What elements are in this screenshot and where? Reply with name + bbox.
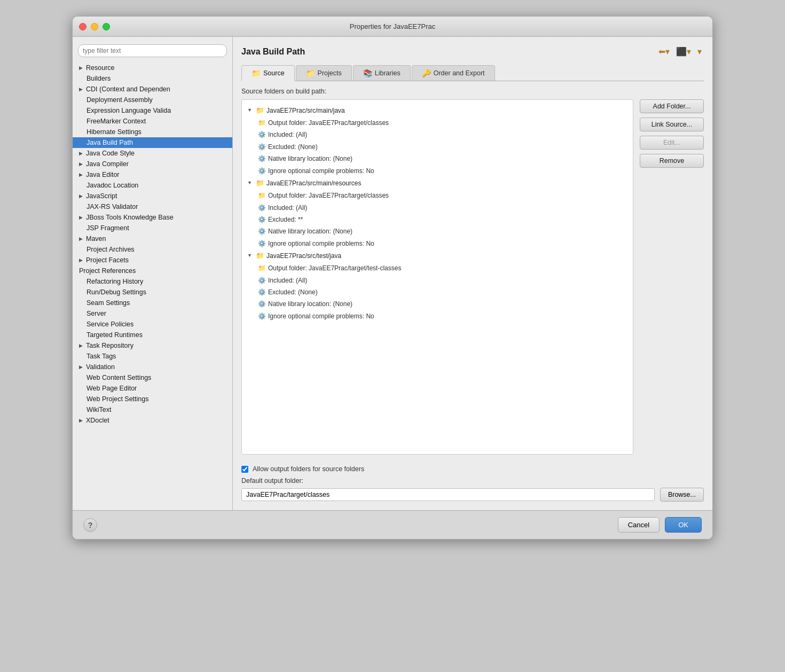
sidebar-item-freemarker[interactable]: FreeMarker Context — [73, 116, 232, 127]
main-content: Java Build Path ⬅▾ ⬛▾ ▾ 📁Source📁Projects… — [233, 37, 712, 510]
sidebar-item-project-references[interactable]: Project References — [73, 265, 232, 276]
folder-icon: 📁 — [258, 263, 266, 274]
close-button[interactable] — [79, 23, 87, 30]
tree-child-label: Ignore optional compile problems: No — [268, 311, 374, 322]
sidebar-item-task-tags[interactable]: Task Tags — [73, 351, 232, 362]
tree-node-row-src-main-java[interactable]: ▼ 📁 JavaEE7Prac/src/main/java — [246, 104, 629, 117]
sidebar-item-javascript[interactable]: JavaScript — [73, 191, 232, 201]
ok-button[interactable]: OK — [665, 517, 702, 533]
edit-button[interactable]: Edit... — [640, 136, 704, 150]
sidebar-item-project-facets[interactable]: Project Facets — [73, 255, 232, 265]
projects-tab-label: Projects — [318, 69, 342, 77]
tab-source[interactable]: 📁Source — [241, 65, 295, 81]
default-output-input[interactable] — [241, 488, 655, 501]
sidebar-item-web-page-editor[interactable]: Web Page Editor — [73, 383, 232, 394]
forward-toolbar-button[interactable]: ⬛▾ — [674, 45, 693, 58]
tree-node-row-src-main-resources[interactable]: ▼ 📁 JavaEE7Prac/src/main/resources — [246, 177, 629, 190]
sidebar-item-refactoring[interactable]: Refactoring History — [73, 276, 232, 287]
filter-input[interactable] — [78, 44, 227, 57]
libraries-tab-icon: 📚 — [363, 69, 372, 77]
sidebar-item-jax-rs[interactable]: JAX-RS Validator — [73, 201, 232, 212]
sidebar-item-validation[interactable]: Validation — [73, 362, 232, 372]
tree-child-label: Native library location: (None) — [268, 153, 352, 164]
sidebar-item-run-debug[interactable]: Run/Debug Settings — [73, 287, 232, 298]
sidebar-item-javadoc[interactable]: Javadoc Location — [73, 180, 232, 191]
tree-child-row: ⚙️ Excluded: (None) — [257, 286, 629, 298]
sidebar-item-xdoclet[interactable]: XDoclet — [73, 415, 232, 426]
gear-icon: ⚙️ — [258, 287, 266, 298]
remove-button[interactable]: Remove — [640, 154, 704, 168]
sidebar-item-maven[interactable]: Maven — [73, 233, 232, 244]
order-export-tab-label: Order and Export — [434, 69, 485, 77]
gear-icon: ⚙️ — [258, 275, 266, 286]
link-source-button[interactable]: Link Source... — [640, 118, 704, 131]
tree-child-row: ⚙️ Native library location: (None) — [257, 153, 629, 165]
menu-toolbar-button[interactable]: ▾ — [695, 45, 704, 58]
tree-child-row: ⚙️ Ignore optional compile problems: No — [257, 310, 629, 322]
tree-child-label: Included: (All) — [268, 275, 307, 286]
sidebar-item-server[interactable]: Server — [73, 308, 232, 319]
tree-child-row: ⚙️ Native library location: (None) — [257, 225, 629, 237]
tree-child-label: Excluded: ** — [268, 214, 303, 225]
source-label: Source folders on build path: — [241, 88, 704, 95]
tab-projects[interactable]: 📁Projects — [296, 65, 352, 81]
sidebar-item-wikitext[interactable]: WikiText — [73, 404, 232, 415]
browse-button[interactable]: Browse... — [660, 488, 704, 502]
order-export-tab-icon: 🔑 — [422, 69, 431, 77]
sidebar-item-resource[interactable]: Resource — [73, 62, 232, 73]
allow-output-folders-checkbox[interactable] — [241, 466, 248, 473]
gear-icon: ⚙️ — [258, 202, 266, 213]
tree-child-label: Native library location: (None) — [268, 226, 352, 237]
sidebar-item-hibernate[interactable]: Hibernate Settings — [73, 127, 232, 137]
tree-node-src-main-java: ▼ 📁 JavaEE7Prac/src/main/java 📁 Output f… — [246, 104, 629, 177]
gear-icon: ⚙️ — [258, 238, 266, 249]
maximize-button[interactable] — [103, 23, 110, 30]
bottom-bar: ? Cancel OK — [73, 510, 712, 539]
sidebar-item-java-compiler[interactable]: Java Compiler — [73, 159, 232, 169]
sidebar-item-java-editor[interactable]: Java Editor — [73, 169, 232, 180]
tree-label-src-test-java: JavaEE7Prac/src/test/java — [266, 251, 341, 261]
gear-icon: ⚙️ — [258, 153, 266, 164]
minimize-button[interactable] — [91, 23, 98, 30]
tree-child-row: ⚙️ Ignore optional compile problems: No — [257, 165, 629, 177]
filter-box — [78, 44, 227, 57]
tree-toggle-src-main-java: ▼ — [247, 106, 254, 114]
add-folder-button[interactable]: Add Folder... — [640, 99, 704, 113]
tree-child-label: Excluded: (None) — [268, 287, 318, 298]
tab-libraries[interactable]: 📚Libraries — [353, 65, 411, 81]
sidebar-item-web-content[interactable]: Web Content Settings — [73, 372, 232, 383]
sidebar-item-jboss[interactable]: JBoss Tools Knowledge Base — [73, 212, 232, 223]
sidebar-item-task-repository[interactable]: Task Repository — [73, 340, 232, 351]
projects-tab-icon: 📁 — [306, 69, 315, 77]
sidebar-item-expression[interactable]: Expression Language Valida — [73, 105, 232, 116]
gear-icon: ⚙️ — [258, 226, 266, 237]
sidebar-item-project-archives[interactable]: Project Archives — [73, 244, 232, 255]
tree-children-src-test-java: 📁 Output folder: JavaEE7Prac/target/test… — [246, 262, 629, 322]
gear-icon: ⚙️ — [258, 129, 266, 140]
tree-child-label: Included: (All) — [268, 129, 307, 140]
tree-child-label: Included: (All) — [268, 202, 307, 213]
sidebar-item-service-policies[interactable]: Service Policies — [73, 319, 232, 330]
sidebar-item-targeted-runtimes[interactable]: Targeted Runtimes — [73, 330, 232, 340]
sidebar-item-web-project-settings[interactable]: Web Project Settings — [73, 394, 232, 404]
cancel-button[interactable]: Cancel — [618, 517, 660, 533]
tree-child-row: ⚙️ Ignore optional compile problems: No — [257, 238, 629, 249]
folder-icon-src-main-java: 📁 — [256, 105, 264, 116]
sidebar-item-java-build-path[interactable]: Java Build Path — [73, 137, 232, 148]
sidebar-item-seam[interactable]: Seam Settings — [73, 298, 232, 308]
sidebar-item-jsp-fragment[interactable]: JSP Fragment — [73, 223, 232, 233]
sidebar-item-java-code-style[interactable]: Java Code Style — [73, 148, 232, 159]
sidebar-item-deployment[interactable]: Deployment Assembly — [73, 95, 232, 105]
folder-icon-src-test-java: 📁 — [256, 250, 264, 262]
tree-child-label: Excluded: (None) — [268, 142, 318, 152]
help-button[interactable]: ? — [83, 518, 97, 532]
tabs-row: 📁Source📁Projects📚Libraries🔑Order and Exp… — [241, 65, 704, 81]
gear-icon: ⚙️ — [258, 142, 266, 152]
back-toolbar-button[interactable]: ⬅▾ — [656, 45, 672, 58]
tab-order-export[interactable]: 🔑Order and Export — [412, 65, 495, 81]
sidebar-item-cdi[interactable]: CDI (Context and Dependen — [73, 84, 232, 95]
sidebar-item-builders[interactable]: Builders — [73, 73, 232, 84]
tree-toggle-src-test-java: ▼ — [247, 252, 254, 260]
tree-node-row-src-test-java[interactable]: ▼ 📁 JavaEE7Prac/src/test/java — [246, 249, 629, 262]
tree-label-src-main-resources: JavaEE7Prac/src/main/resources — [266, 178, 361, 189]
